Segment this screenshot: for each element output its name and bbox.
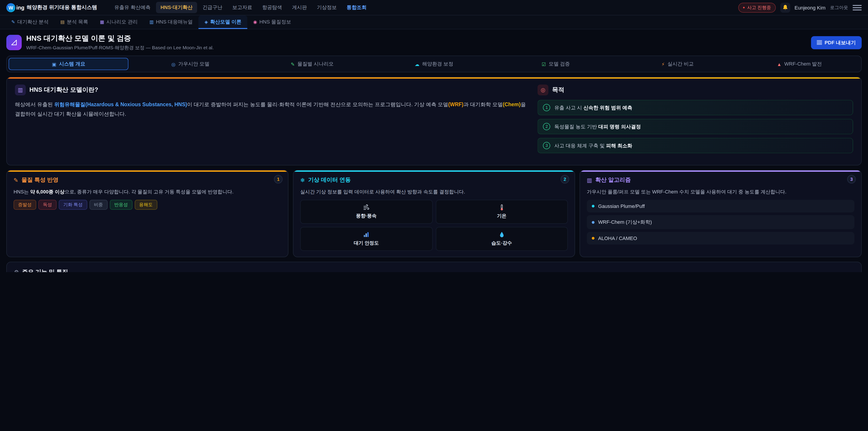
subnav-scenario-management[interactable]: ▦시나리오 관리 <box>94 16 144 29</box>
text-segment: 이 대기로 증발하여 퍼지는 농도를 물리·화학적 이론에 기반해 전산으로 모… <box>187 102 448 107</box>
tab-marine-correction[interactable]: ☁해양환경 보정 <box>374 58 494 70</box>
document-icon: ▤ <box>817 39 822 46</box>
topnav-right: ● 사고 진행중 Eunjeong Kim 로그아웃 <box>738 2 862 12</box>
number-circle: 1 <box>543 104 550 111</box>
algo-item-wrfchem: WRF-Chem (기상+화학) <box>587 215 855 229</box>
text-segment: 위험유해물질(Hazardous & Noxious Substances, H… <box>54 102 187 107</box>
text-segment: 신속한 위험 범위 예측 <box>583 105 632 110</box>
tab-gaussian-model[interactable]: ◎가우시안 모델 <box>130 58 250 70</box>
intro-section: ▥ HNS 대기확산 모델이란? 해상에서 유출된 위험유해물질(Hazardo… <box>6 77 862 165</box>
hamburger-menu-icon[interactable] <box>852 4 862 11</box>
tab-substance-scenario[interactable]: ✎물질별 시나리오 <box>252 58 372 70</box>
pillar-title: 물질 특성 반영 <box>22 176 59 184</box>
nav-item-aerial-search[interactable]: 항공탐색 <box>258 2 287 13</box>
tab-system-overview[interactable]: ▣시스템 개요 <box>8 58 129 70</box>
algo-label: ALOHA / CAMEO <box>598 236 637 241</box>
page-title: HNS 대기확산 모델 이론 및 검증 <box>26 34 214 43</box>
book-icon: ▥ <box>149 19 154 24</box>
sub-navigation: ✎대기확산 분석 ▤분석 목록 ▦시나리오 관리 ▥HNS 대응매뉴얼 ◈확산모… <box>0 16 868 29</box>
pillar-cards: ✎물질 특성 반영 1 HNS는 약 6,000종 이상으로, 종류가 매우 다… <box>6 170 862 257</box>
subnav-air-diffusion-analysis[interactable]: ✎대기확산 분석 <box>5 16 55 29</box>
bullet-icon <box>592 205 594 208</box>
bullet-icon <box>592 237 594 240</box>
pencil-icon: ✎ <box>291 61 295 67</box>
purpose-text: 사고 대응 체계 구축 및 피해 최소화 <box>555 142 632 149</box>
subnav-analysis-list[interactable]: ▤분석 목록 <box>55 16 94 29</box>
ruler-icon <box>6 35 22 50</box>
purpose-title: 목적 <box>552 86 564 94</box>
tag-toxicity: 독성 <box>38 200 57 210</box>
subnav-label: 대기확산 분석 <box>18 18 49 25</box>
algo-label: WRF-Chem (기상+화학) <box>598 219 652 226</box>
weather-cell-wind: 풍향·풍속 <box>300 200 432 224</box>
pillar-number-badge: 3 <box>847 175 856 184</box>
features-title: 주요 기능 및 특징 <box>22 268 68 272</box>
weather-cell-stability: 대기 안정도 <box>300 227 432 251</box>
tab-model-validation[interactable]: ☑모델 검증 <box>496 58 616 70</box>
nav-item-board[interactable]: 게시판 <box>287 2 311 13</box>
brand-title: 해양환경 위기대응 통합시스템 <box>27 4 97 11</box>
droplet-icon <box>499 232 505 238</box>
main-menu: 유출유 확산예측 HNS·대기확산 긴급구난 보고자료 항공탐색 게시판 기상정… <box>110 2 371 13</box>
purpose-text: 독성물질 농도 기반 대피 명령 의사결정 <box>555 123 641 130</box>
tag-density: 비중 <box>90 200 107 210</box>
algorithm-list: Gaussian Plume/Puff WRF-Chem (기상+화학) ALO… <box>587 200 855 245</box>
text-segment: 독성물질 농도 기반 <box>555 124 598 129</box>
text-segment: 해상에서 유출된 <box>15 102 54 107</box>
purpose-column: ◎ 목적 1 유출 사고 시 신속한 위험 범위 예측 2 독성물질 농도 기반… <box>538 85 853 157</box>
nav-item-weather-info[interactable]: 기상정보 <box>312 2 341 13</box>
tab-realtime-comparison[interactable]: ⚡실시간 비교 <box>618 58 738 70</box>
subnav-label: 확산모델 이론 <box>210 18 241 25</box>
tab-label: 실시간 비교 <box>668 61 694 67</box>
tab-label: WRF-Chem 발전 <box>784 61 822 67</box>
thermometer-icon <box>499 205 505 211</box>
subnav-diffusion-model-theory[interactable]: ◈확산모델 이론 <box>198 16 247 29</box>
tag-evaporative: 증발성 <box>13 200 36 210</box>
tab-label: 해양환경 보정 <box>422 61 453 67</box>
pencil-icon: ✎ <box>11 19 15 24</box>
bullet-icon <box>592 221 594 224</box>
tab-label: 시스템 개요 <box>59 61 85 67</box>
logout-link[interactable]: 로그아웃 <box>830 4 848 11</box>
nav-item-reports[interactable]: 보고자료 <box>228 2 257 13</box>
text-segment: 피해 최소화 <box>606 143 632 148</box>
incident-status-badge[interactable]: ● 사고 진행중 <box>738 2 776 12</box>
notification-bell-button[interactable] <box>780 2 790 12</box>
nav-item-emergency-rescue[interactable]: 긴급구난 <box>198 2 227 13</box>
nav-item-hns-air-diffusion[interactable]: HNS·대기확산 <box>156 2 197 13</box>
subnav-label: 분석 목록 <box>67 18 88 25</box>
text-segment: 약 6,000종 이상 <box>30 189 64 194</box>
wind-icon: ❄ <box>300 177 305 184</box>
weather-label: 풍향·풍속 <box>356 213 377 219</box>
subnav-label: 시나리오 관리 <box>106 18 138 25</box>
pillar-text: 가우시안 플룸/퍼프 모델 또는 WRF-Chem 수치 모델을 사용하여 대기… <box>587 188 855 196</box>
user-name: Eunjeong Kim <box>795 5 826 10</box>
incident-badge-label: 사고 진행중 <box>747 4 771 11</box>
brand-logo[interactable]: W ing 해양환경 위기대응 통합시스템 <box>6 3 97 12</box>
pdf-export-button[interactable]: ▤ PDF 내보내기 <box>811 36 862 49</box>
tab-wrf-chem-evolution[interactable]: ▲WRF-Chem 발전 <box>739 58 860 70</box>
app-root: W ing 해양환경 위기대응 통합시스템 유출유 확산예측 HNS·대기확산 … <box>0 0 868 272</box>
tab-label: 가우시안 모델 <box>178 61 209 67</box>
tag-reactivity: 반응성 <box>110 200 132 210</box>
features-section: ⚙주요 기능 및 특징 ◈실시간 모니터링 'HNS 유출 블랙박스 시스템'과… <box>6 262 862 272</box>
pillar-weather-data: ❄기상 데이터 연동 2 실시간 기상 정보를 입력 데이터로 사용하여 확산 … <box>293 170 575 257</box>
cyclone-icon: ◎ <box>171 61 176 67</box>
theory-tab-bar: ▣시스템 개요 ◎가우시안 모델 ✎물질별 시나리오 ☁해양환경 보정 ☑모델 … <box>6 56 862 72</box>
purpose-item: 1 유출 사고 시 신속한 위험 범위 예측 <box>538 100 853 115</box>
text-segment: 대피 명령 의사결정 <box>598 124 641 129</box>
flask-icon: ◈ <box>204 19 208 24</box>
wind-direction-icon <box>363 205 370 211</box>
subnav-hns-substance-info[interactable]: ◉HNS 물질정보 <box>247 16 297 29</box>
number-circle: 3 <box>543 142 550 149</box>
page-subtitle: WRF-Chem·Gaussian Plume/Puff·ROMS·해양환경 보… <box>26 45 214 51</box>
subnav-hns-response-manual[interactable]: ▥HNS 대응매뉴얼 <box>144 16 198 29</box>
weather-label: 대기 안정도 <box>354 240 379 247</box>
text-segment: 사고 대응 체계 구축 및 <box>555 143 606 148</box>
subnav-label: HNS 대응매뉴얼 <box>156 18 193 25</box>
algo-label: Gaussian Plume/Puff <box>598 204 645 209</box>
purpose-item: 2 독성물질 농도 기반 대피 명령 의사결정 <box>538 119 853 134</box>
nav-item-integrated-search[interactable]: 통합조회 <box>342 2 371 13</box>
top-navigation: W ing 해양환경 위기대응 통합시스템 유출유 확산예측 HNS·대기확산 … <box>0 0 868 16</box>
nav-item-oil-diffusion[interactable]: 유출유 확산예측 <box>110 2 155 13</box>
